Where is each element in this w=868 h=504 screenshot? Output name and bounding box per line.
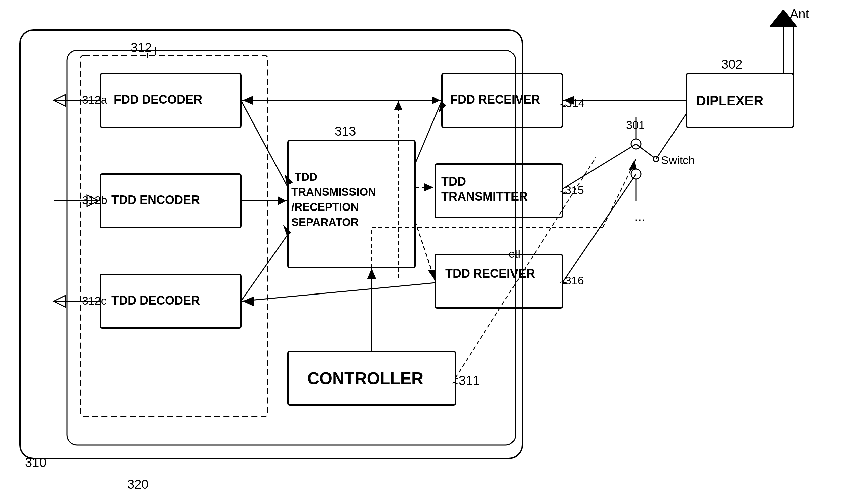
tdd-separator-label1: TDD <box>294 171 317 183</box>
label-313: 313 <box>335 124 356 138</box>
label-312c: 312c <box>82 294 107 307</box>
tdd-separator-label3: /RECEPTION <box>291 201 359 213</box>
svg-text:~: ~ <box>452 376 458 389</box>
svg-text:~: ~ <box>560 276 566 288</box>
label-312b: 312b <box>82 194 107 207</box>
fdd-decoder-label: FDD DECODER <box>114 93 202 106</box>
tdd-transmitter-label1: TDD <box>441 175 466 188</box>
diagram-container: 310 320 312 FDD DECODER 312a TDD ENCODER… <box>0 0 868 504</box>
diplexer-label: DIPLEXER <box>696 93 763 108</box>
tdd-separator-label2: TRANSMISSION <box>291 186 376 198</box>
controller-label: CONTROLLER <box>307 369 423 388</box>
label-311: 311 <box>458 374 480 388</box>
dots-label: ... <box>634 209 645 223</box>
label-310: 310 <box>25 455 46 470</box>
label-312a: 312a <box>82 93 107 106</box>
tdd-encoder-label: TDD ENCODER <box>112 193 200 207</box>
ctl-label: ctl <box>509 247 520 260</box>
svg-text:~: ~ <box>560 98 566 111</box>
svg-text:~: ~ <box>560 186 566 198</box>
tdd-transmitter-label2: TRANSMITTER <box>441 190 528 203</box>
ant-label: Ant <box>790 7 809 21</box>
label-301: 301 <box>626 118 645 131</box>
label-320: 320 <box>127 477 148 491</box>
label-312: 312 <box>131 41 152 54</box>
label-316: 316 <box>565 274 584 287</box>
label-302: 302 <box>721 57 743 71</box>
svg-rect-0 <box>0 0 868 504</box>
tdd-separator-label4: SEPARATOR <box>291 216 359 228</box>
tdd-decoder-label: TDD DECODER <box>112 294 200 307</box>
switch-label: Switch <box>661 154 695 166</box>
fdd-receiver-label: FDD RECEIVER <box>450 93 540 106</box>
